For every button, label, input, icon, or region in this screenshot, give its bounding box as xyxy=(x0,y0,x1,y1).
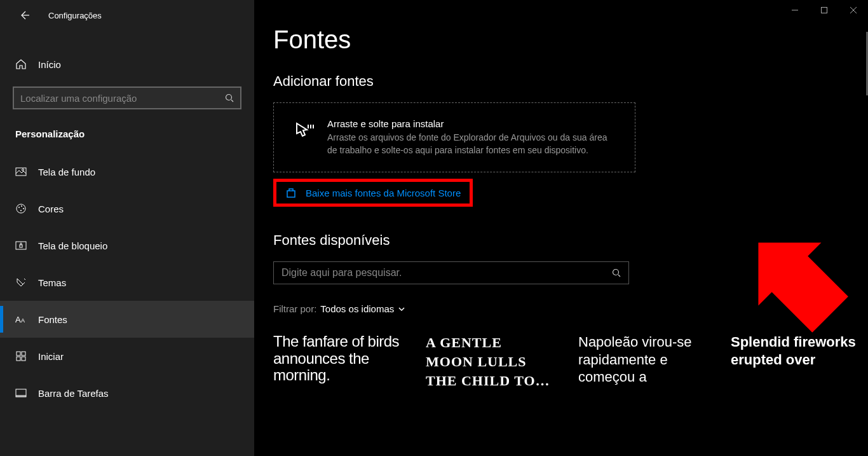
svg-rect-17 xyxy=(16,395,26,397)
nav-item-start[interactable]: Iniciar xyxy=(0,338,254,375)
window-controls xyxy=(780,0,868,20)
page-title: Fontes xyxy=(273,25,868,54)
nav-label: Iniciar xyxy=(38,351,64,362)
settings-search[interactable] xyxy=(13,86,241,109)
font-search-input[interactable] xyxy=(281,267,612,279)
nav-label: Tela de fundo xyxy=(38,167,95,177)
search-icon xyxy=(225,93,234,102)
home-icon xyxy=(15,59,33,70)
nav-item-taskbar[interactable]: Barra de Tarefas xyxy=(0,375,254,411)
lock-screen-icon xyxy=(15,240,33,251)
available-fonts-title: Fontes disponíveis xyxy=(273,232,868,249)
start-icon xyxy=(15,350,33,362)
svg-text:A: A xyxy=(15,315,21,324)
palette-icon xyxy=(15,203,33,214)
store-link-highlighted[interactable]: Baixe mais fontes da Microsoft Store xyxy=(273,179,473,207)
font-card[interactable]: Napoleão virou-se rapidamente e começou … xyxy=(578,333,705,390)
maximize-button[interactable] xyxy=(810,0,839,20)
svg-point-7 xyxy=(20,210,22,211)
search-icon xyxy=(612,268,621,277)
svg-point-5 xyxy=(21,205,22,207)
main-content: Fontes Adicionar fontes Arraste e solte … xyxy=(254,0,868,456)
svg-rect-18 xyxy=(822,8,827,13)
close-button[interactable] xyxy=(839,0,868,20)
app-title: Configurações xyxy=(48,11,102,20)
store-link-text: Baixe mais fontes da Microsoft Store xyxy=(306,188,461,198)
back-arrow-icon[interactable] xyxy=(19,10,29,20)
svg-rect-13 xyxy=(22,352,25,356)
chevron-down-icon xyxy=(398,305,405,313)
dropzone-text: Arraste e solte para instalar Arraste os… xyxy=(327,118,616,156)
section-header: Personalização xyxy=(0,122,254,153)
svg-point-2 xyxy=(22,169,24,171)
nav-label: Fontes xyxy=(38,314,67,325)
filter-value: Todos os idiomas xyxy=(320,303,394,314)
nav-item-themes[interactable]: Temas xyxy=(0,264,254,301)
sidebar: Configurações Início Personalização Tela… xyxy=(0,0,254,456)
font-cards: The fanfare of birds announces the morni… xyxy=(273,333,868,390)
nav-label: Temas xyxy=(38,277,66,288)
svg-point-19 xyxy=(613,270,619,275)
filter-label: Filtrar por: xyxy=(273,303,316,314)
drag-drop-icon xyxy=(293,121,316,156)
settings-search-input[interactable] xyxy=(20,93,225,104)
nav-list: Tela de fundoCoresTela de bloqueioTemasA… xyxy=(0,153,254,411)
svg-point-6 xyxy=(23,208,24,209)
home-label: Início xyxy=(38,59,61,70)
store-icon xyxy=(285,187,298,198)
font-card[interactable]: The fanfare of birds announces the morni… xyxy=(273,333,400,390)
svg-text:A: A xyxy=(21,317,25,324)
svg-rect-15 xyxy=(22,357,25,361)
svg-point-4 xyxy=(18,207,20,208)
nav-item-picture[interactable]: Tela de fundo xyxy=(0,153,254,190)
picture-icon xyxy=(15,166,33,177)
font-search[interactable] xyxy=(273,261,629,284)
nav-label: Cores xyxy=(38,204,64,214)
home-nav[interactable]: Início xyxy=(0,52,254,76)
minimize-button[interactable] xyxy=(780,0,810,20)
font-card[interactable]: A gentle moon lulls the child to… xyxy=(426,333,553,390)
svg-point-0 xyxy=(226,95,232,100)
nav-item-lock-screen[interactable]: Tela de bloqueio xyxy=(0,227,254,264)
dropzone-title: Arraste e solte para instalar xyxy=(327,118,616,129)
nav-label: Tela de bloqueio xyxy=(38,240,107,251)
fonts-icon: AA xyxy=(15,314,33,325)
font-card[interactable]: Splendid fireworks erupted over xyxy=(731,333,858,390)
svg-rect-14 xyxy=(17,357,20,361)
nav-item-fonts[interactable]: AAFontes xyxy=(0,301,254,338)
nav-item-palette[interactable]: Cores xyxy=(0,190,254,227)
svg-rect-9 xyxy=(20,245,22,247)
taskbar-icon xyxy=(15,387,33,399)
add-fonts-title: Adicionar fontes xyxy=(273,73,868,90)
svg-rect-12 xyxy=(17,352,20,356)
themes-icon xyxy=(15,277,33,288)
titlebar: Configurações xyxy=(0,5,254,27)
font-dropzone[interactable]: Arraste e solte para instalar Arraste os… xyxy=(273,102,635,172)
dropzone-desc: Arraste os arquivos de fonte do Explorad… xyxy=(327,132,616,156)
filter-row[interactable]: Filtrar por: Todos os idiomas xyxy=(273,303,868,314)
nav-label: Barra de Tarefas xyxy=(38,388,109,399)
